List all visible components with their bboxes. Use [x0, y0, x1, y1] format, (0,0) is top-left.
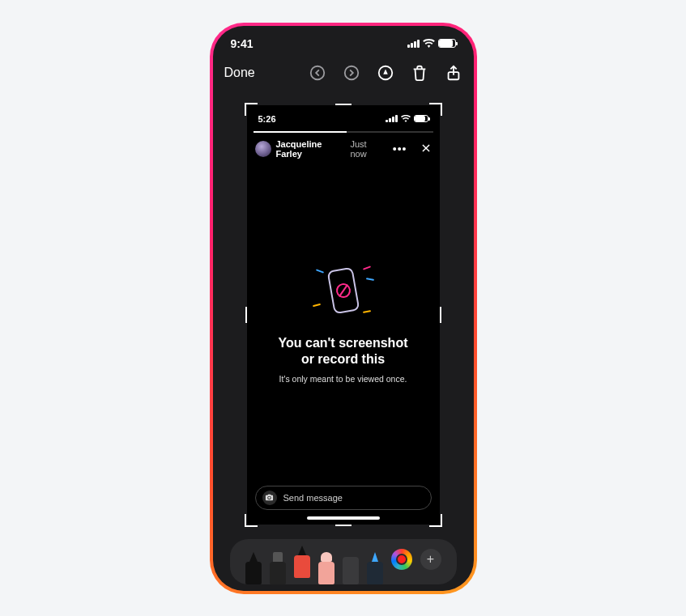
- story-username: Jacqueline Farley: [276, 139, 346, 159]
- screenshot-blocked-panel: You can't screenshot or record this It's…: [247, 159, 440, 486]
- svg-point-0: [310, 66, 324, 79]
- outer-status-time: 9:41: [231, 37, 254, 50]
- send-message-field: Send message: [255, 486, 432, 510]
- markup-toolbar: Done: [213, 58, 474, 91]
- markup-tool-tray: +: [230, 539, 457, 584]
- share-button[interactable]: [445, 64, 462, 82]
- wifi-icon: [423, 39, 435, 48]
- crop-handle-right[interactable]: [440, 307, 441, 323]
- undo-button[interactable]: [309, 64, 326, 82]
- story-close-button: [420, 142, 432, 155]
- story-progress-bar: [254, 131, 433, 133]
- story-more-button: •••: [393, 142, 407, 155]
- battery-icon: [438, 39, 456, 48]
- trash-button[interactable]: [411, 64, 428, 82]
- inner-status-time: 5:26: [258, 114, 276, 124]
- redo-button[interactable]: [343, 64, 360, 82]
- color-picker-button[interactable]: [391, 549, 412, 570]
- selected-color-swatch: [396, 554, 407, 565]
- blocked-title: You can't screenshot or record this: [279, 335, 408, 367]
- avatar: [255, 141, 271, 157]
- pen-tool[interactable]: [245, 552, 262, 584]
- svg-point-1: [344, 66, 358, 79]
- battery-icon: [414, 115, 428, 122]
- add-tool-button[interactable]: +: [420, 549, 441, 570]
- cellular-signal-icon: [407, 40, 420, 48]
- story-header: Jacqueline Farley Just now •••: [247, 133, 440, 159]
- story-timestamp: Just now: [350, 139, 382, 159]
- cellular-signal-icon: [386, 115, 398, 122]
- phone-frame: 9:41 Done: [210, 23, 477, 594]
- markup-tip-button[interactable]: [377, 64, 394, 82]
- ruler-tool[interactable]: [343, 552, 359, 584]
- outer-status-icons: [407, 39, 456, 48]
- marker-tool[interactable]: [270, 552, 286, 584]
- screenshot-image[interactable]: 5:26 Jacqueline Farley Just now: [247, 105, 440, 525]
- outer-status-bar: 9:41: [213, 26, 474, 58]
- phone-screen: 9:41 Done: [213, 26, 474, 591]
- markup-canvas[interactable]: 5:26 Jacqueline Farley Just now: [213, 91, 474, 539]
- camera-icon: [262, 491, 277, 505]
- wifi-icon: [401, 115, 411, 122]
- done-button[interactable]: Done: [224, 66, 255, 80]
- send-message-placeholder: Send message: [283, 493, 343, 503]
- eraser-tool[interactable]: [318, 552, 334, 584]
- inner-status-bar: 5:26: [247, 105, 440, 128]
- highlighter-tool[interactable]: [367, 552, 383, 584]
- blocked-phone-icon: [317, 261, 369, 321]
- crop-handle-bottom[interactable]: [335, 525, 352, 526]
- inner-screenshot-content: 5:26 Jacqueline Farley Just now: [247, 105, 440, 525]
- pencil-tool[interactable]: [294, 546, 310, 578]
- home-indicator: [307, 516, 380, 520]
- blocked-subtitle: It's only meant to be viewed once.: [279, 374, 407, 384]
